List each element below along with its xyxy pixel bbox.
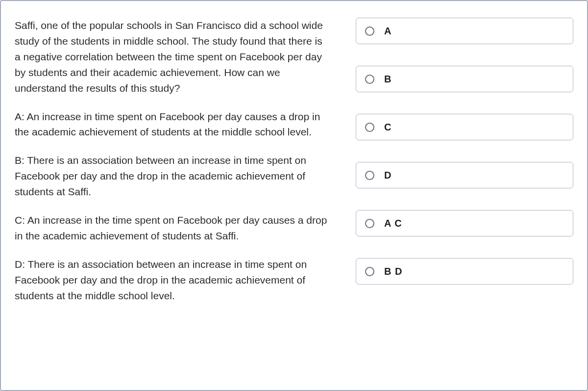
statement-a: A: An increase in time spent on Facebook… bbox=[15, 109, 328, 140]
statement-d: D: There is an association between an in… bbox=[15, 257, 328, 304]
radio-icon bbox=[365, 171, 374, 180]
answer-choice-bd[interactable]: B D bbox=[356, 258, 573, 285]
question-card: Saffi, one of the popular schools in San… bbox=[0, 0, 588, 391]
statement-c: C: An increase in the time spent on Face… bbox=[15, 212, 328, 244]
answer-choice-c[interactable]: C bbox=[356, 114, 573, 140]
question-text-column: Saffi, one of the popular schools in San… bbox=[15, 18, 328, 376]
answer-choice-label: A bbox=[384, 26, 392, 37]
answer-choice-label: A C bbox=[384, 218, 402, 229]
statement-b: B: There is an association between an in… bbox=[15, 153, 328, 200]
radio-icon bbox=[365, 267, 374, 276]
answer-choice-label: D bbox=[384, 170, 392, 181]
answer-choice-a[interactable]: A bbox=[356, 18, 573, 44]
answer-choice-b[interactable]: B bbox=[356, 66, 573, 92]
radio-icon bbox=[365, 26, 374, 36]
radio-icon bbox=[365, 123, 374, 132]
answer-choice-ac[interactable]: A C bbox=[356, 210, 573, 236]
answer-choices-column: A B C D A C B D bbox=[356, 18, 573, 376]
answer-choice-label: C bbox=[384, 122, 392, 133]
question-prompt: Saffi, one of the popular schools in San… bbox=[15, 18, 328, 96]
answer-choice-label: B D bbox=[384, 266, 402, 277]
answer-choice-label: B bbox=[384, 74, 392, 85]
radio-icon bbox=[365, 219, 374, 228]
answer-choice-d[interactable]: D bbox=[356, 162, 573, 188]
radio-icon bbox=[365, 75, 374, 84]
